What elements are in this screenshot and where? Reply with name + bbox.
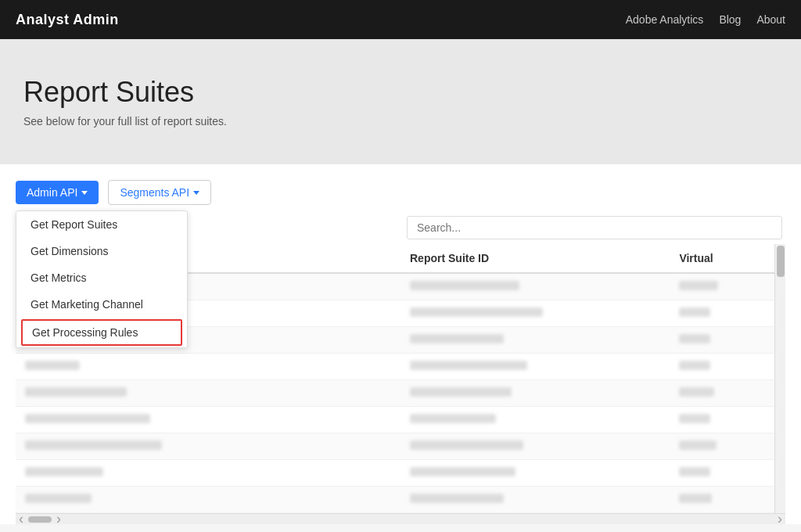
admin-api-dropdown-container: Admin API Get Report Suites Get Dimensio… [16,181,99,204]
table-cell-name [16,433,400,460]
dropdown-item-get-dimensions[interactable]: Get Dimensions [16,238,187,264]
table-cell-virtual [670,380,785,407]
table-cell-virtual [670,273,785,300]
nav-link-about[interactable]: About [756,13,785,26]
segments-api-label: Segments API [120,186,189,199]
admin-api-caret-icon [81,191,88,195]
navbar: Analyst Admin Adobe Analytics Blog About [0,0,801,39]
table-cell-id [400,487,670,513]
hero-section: Report Suites See below for your full li… [0,39,801,164]
admin-api-label: Admin API [27,186,77,199]
table-cell-name [16,460,400,487]
table-cell-virtual [670,487,785,513]
horizontal-scrollbar[interactable]: ‹ › › [16,513,785,524]
table-cell-id [400,273,670,300]
page-title: Report Suites [23,76,778,109]
table-cell-name [16,407,400,433]
search-input[interactable] [407,216,782,239]
page-subtitle: See below for your full list of report s… [23,115,778,128]
h-scrollbar-thumb[interactable] [28,516,52,523]
table-cell-id [400,327,670,354]
table-cell-name [16,354,400,380]
navbar-brand: Analyst Admin [16,12,119,28]
table-cell-id [400,407,670,433]
table-row [16,407,785,433]
col-header-report-suite-id: Report Suite ID [400,244,670,273]
table-cell-id [400,460,670,487]
table-cell-id [400,433,670,460]
nav-link-adobe-analytics[interactable]: Adobe Analytics [626,13,704,26]
table-row [16,354,785,380]
scrollbar-thumb[interactable] [777,246,785,277]
toolbar: Admin API Get Report Suites Get Dimensio… [16,180,785,205]
dropdown-item-get-metrics[interactable]: Get Metrics [16,264,187,291]
table-row [16,460,785,487]
table-cell-name [16,380,400,407]
table-cell-id [400,354,670,380]
segments-api-caret-icon [193,191,199,195]
dropdown-item-get-report-suites[interactable]: Get Report Suites [16,211,187,238]
admin-api-button[interactable]: Admin API [16,181,99,204]
table-cell-id [400,380,670,407]
table-cell-name [16,487,400,513]
table-row [16,380,785,407]
table-cell-virtual [670,433,785,460]
table-cell-virtual [670,327,785,354]
dropdown-item-get-marketing-channel[interactable]: Get Marketing Channel [16,291,187,318]
table-cell-id [400,300,670,327]
table-cell-virtual [670,407,785,433]
table-cell-virtual [670,354,785,380]
table-cell-virtual [670,460,785,487]
main-content: Admin API Get Report Suites Get Dimensio… [0,164,801,524]
vertical-scrollbar[interactable] [774,244,785,513]
nav-link-blog[interactable]: Blog [719,13,741,26]
table-row [16,433,785,460]
table-cell-virtual [670,300,785,327]
admin-api-dropdown-menu: Get Report Suites Get Dimensions Get Met… [16,210,188,348]
col-header-virtual: Virtual [670,244,785,273]
segments-api-button[interactable]: Segments API [108,180,211,205]
table-row [16,487,785,513]
navbar-links: Adobe Analytics Blog About [626,13,785,26]
dropdown-item-get-processing-rules[interactable]: Get Processing Rules [21,319,182,346]
